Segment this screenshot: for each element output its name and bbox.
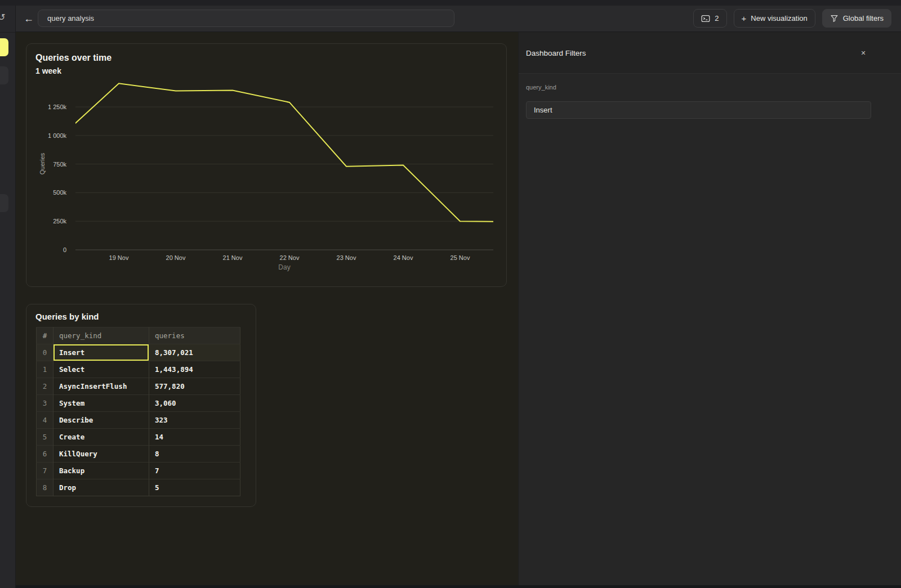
row-index: 7	[37, 463, 53, 479]
queries-over-time-card: Queries over time 1 week Queries 0250k50…	[26, 43, 507, 287]
y-tick-label: 0	[63, 246, 66, 253]
cell-queries[interactable]: 5	[149, 479, 240, 496]
queries-series-line	[75, 83, 493, 222]
global-filters-label: Global filters	[843, 14, 884, 23]
chart-x-axis-label: Day	[278, 263, 290, 271]
filters-panel-header: Dashboard Filters ✕	[519, 32, 901, 74]
query-kind-filter-input[interactable]	[526, 101, 871, 119]
table-row[interactable]: 0Insert8,307,021	[37, 344, 240, 361]
row-index: 1	[37, 361, 53, 378]
cell-query-kind[interactable]: Insert	[53, 344, 149, 361]
row-index: 5	[37, 429, 53, 446]
cell-query-kind[interactable]: System	[53, 395, 149, 412]
table-row[interactable]: 1Select1,443,894	[37, 361, 240, 378]
cell-queries[interactable]: 3,060	[149, 395, 240, 412]
cell-queries[interactable]: 14	[149, 429, 240, 446]
terminal-icon	[701, 14, 710, 23]
dashboard-canvas: Queries over time 1 week Queries 0250k50…	[16, 32, 518, 585]
window-bottom-strip	[16, 585, 901, 588]
global-filters-button[interactable]: Global filters	[822, 9, 891, 28]
cell-query-kind[interactable]: Create	[53, 429, 149, 446]
row-index: 2	[37, 378, 53, 395]
column-header-index: #	[37, 327, 53, 344]
queries-line-chart[interactable]	[75, 79, 493, 257]
refresh-icon[interactable]: ↺	[0, 12, 5, 23]
row-index: 0	[37, 344, 53, 361]
cell-query-kind[interactable]: Backup	[53, 463, 149, 479]
cell-query-kind[interactable]: KillQuery	[53, 446, 149, 463]
table-header-row: #query_kindqueries	[37, 327, 240, 344]
dashboard-title-input[interactable]	[38, 10, 454, 27]
table-title: Queries by kind	[35, 312, 99, 321]
table-row[interactable]: 6KillQuery8	[37, 446, 240, 463]
cell-query-kind[interactable]: Drop	[53, 479, 149, 496]
cell-query-kind[interactable]: AsyncInsertFlush	[53, 378, 149, 395]
cell-queries[interactable]: 8	[149, 446, 240, 463]
column-header-query_kind: query_kind	[53, 327, 149, 344]
close-icon[interactable]: ✕	[858, 48, 868, 58]
sidebar-item-active-dashboard[interactable]	[0, 38, 8, 56]
filters-panel-title: Dashboard Filters	[526, 49, 586, 57]
cell-queries[interactable]: 8,307,021	[149, 344, 240, 361]
topbar: ← 2 + New visualization Global filters	[16, 6, 901, 32]
cell-queries[interactable]: 323	[149, 412, 240, 429]
topbar-actions: 2 + New visualization Global filters	[693, 9, 891, 28]
queries-by-kind-table: #query_kindqueries 0Insert8,307,0211Sele…	[36, 327, 240, 496]
table-row[interactable]: 2AsyncInsertFlush577,820	[37, 378, 240, 395]
filter-funnel-icon	[830, 14, 838, 23]
sidebar-item[interactable]	[0, 66, 8, 84]
row-index: 6	[37, 446, 53, 463]
table-row[interactable]: 8Drop5	[37, 479, 240, 496]
cell-query-kind[interactable]: Select	[53, 361, 149, 378]
table-row[interactable]: 7Backup7	[37, 463, 240, 479]
cell-queries[interactable]: 577,820	[149, 378, 240, 395]
window-top-strip	[0, 0, 901, 6]
y-tick-label: 750k	[53, 161, 66, 168]
row-index: 3	[37, 395, 53, 412]
y-tick-label: 1 250k	[48, 104, 66, 110]
cell-queries[interactable]: 1,443,894	[149, 361, 240, 378]
table-row[interactable]: 3System3,060	[37, 395, 240, 412]
dashboard-filters-panel: Dashboard Filters ✕ query_kind	[518, 32, 901, 585]
row-index: 4	[37, 412, 53, 429]
chart-subtitle: 1 week	[35, 66, 61, 75]
tabs-count: 2	[715, 14, 719, 23]
row-index: 8	[37, 479, 53, 496]
back-button[interactable]: ←	[21, 11, 36, 26]
filter-field-label: query_kind	[526, 84, 556, 91]
sidebar-item[interactable]	[0, 194, 8, 212]
chart-y-ticks: 0250k500k750k1 000k1 250k	[26, 79, 71, 257]
y-tick-label: 250k	[53, 218, 66, 225]
y-tick-label: 500k	[53, 189, 66, 196]
cell-queries[interactable]: 7	[149, 463, 240, 479]
cell-query-kind[interactable]: Describe	[53, 412, 149, 429]
left-sidebar: ↺	[0, 6, 16, 588]
column-header-queries: queries	[149, 327, 240, 344]
console-tabs-button[interactable]: 2	[693, 9, 726, 28]
chart-title: Queries over time	[35, 53, 111, 63]
new-visualization-label: New visualization	[751, 14, 807, 23]
plus-icon: +	[742, 14, 747, 23]
table-row[interactable]: 5Create14	[37, 429, 240, 446]
y-tick-label: 1 000k	[48, 132, 66, 139]
new-visualization-button[interactable]: + New visualization	[734, 9, 815, 28]
queries-by-kind-card: Queries by kind #query_kindqueries 0Inse…	[26, 304, 256, 507]
sidebar-divider	[0, 32, 16, 33]
table-row[interactable]: 4Describe323	[37, 412, 240, 429]
